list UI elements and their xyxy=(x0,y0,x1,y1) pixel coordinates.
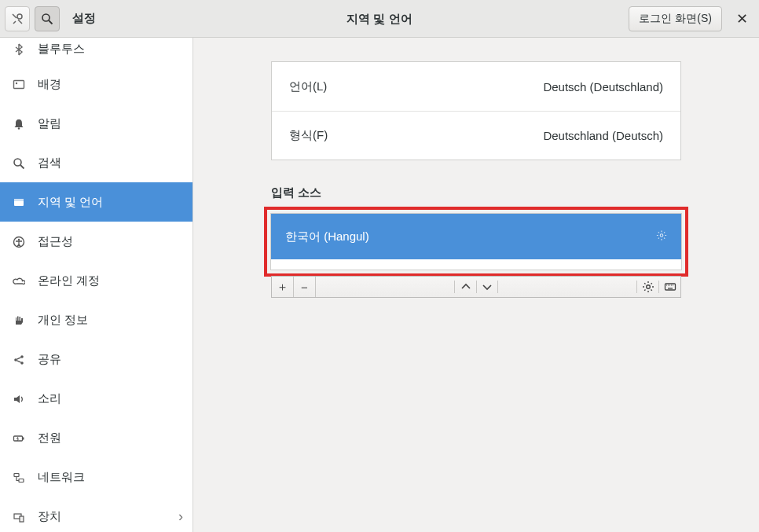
input-sources-list: 한국어 (Hangul) xyxy=(270,213,682,259)
sidebar-item-share[interactable]: 공유 xyxy=(0,339,192,379)
region-icon xyxy=(11,196,27,209)
sidebar-item-label: 장치 xyxy=(38,509,61,524)
svg-line-1 xyxy=(49,20,53,24)
svg-point-20 xyxy=(660,234,663,237)
hand-icon xyxy=(11,314,27,327)
svg-point-13 xyxy=(20,361,24,365)
svg-point-10 xyxy=(18,238,20,240)
search-toggle-button[interactable] xyxy=(35,6,60,31)
sidebar-item-label: 소리 xyxy=(38,391,61,406)
svg-point-5 xyxy=(14,159,21,166)
sidebar-item-label: 개인 정보 xyxy=(38,313,88,328)
remove-input-source-button[interactable]: − xyxy=(294,277,316,297)
sidebar-item-label: 지역 및 언어 xyxy=(38,195,103,210)
format-value: Deutschland (Deutsch) xyxy=(543,129,663,142)
input-sources-label: 입력 소스 xyxy=(271,185,681,200)
sidebar-item-device[interactable]: 장치 › xyxy=(0,497,192,532)
sidebar-item-label: 온라인 계정 xyxy=(38,273,100,288)
network-icon xyxy=(11,471,27,484)
input-sources-list-padding xyxy=(270,259,682,270)
input-source-name: 한국어 (Hangul) xyxy=(285,229,369,244)
format-row[interactable]: 형식(F) Deutschland (Deutsch) xyxy=(272,111,680,160)
bluetooth-icon xyxy=(11,43,27,56)
tools-icon-button[interactable] xyxy=(5,6,30,31)
sidebar-item-label: 네트워크 xyxy=(38,470,85,485)
svg-point-3 xyxy=(16,82,17,83)
battery-icon xyxy=(11,432,27,445)
show-keyboard-layout-button[interactable] xyxy=(658,281,680,293)
add-input-source-button[interactable]: ＋ xyxy=(272,277,294,297)
svg-rect-2 xyxy=(14,80,24,88)
format-label: 형식(F) xyxy=(289,128,328,143)
sidebar-item-bluetooth[interactable]: 블루투스 xyxy=(0,38,192,64)
sidebar-item-notifications[interactable]: 알림 xyxy=(0,104,192,143)
sidebar-item-label: 접근성 xyxy=(38,234,73,249)
content-area: 언어(L) Deutsch (Deutschland) 형식(F) Deutsc… xyxy=(193,38,759,532)
svg-rect-17 xyxy=(19,479,24,482)
language-format-card: 언어(L) Deutsch (Deutschland) 형식(F) Deutsc… xyxy=(271,61,681,160)
sidebar-item-power[interactable]: 전원 xyxy=(0,418,192,457)
language-value: Deutsch (Deutschland) xyxy=(543,80,663,94)
svg-point-11 xyxy=(14,358,17,361)
svg-rect-22 xyxy=(665,284,675,290)
sidebar-item-label: 검색 xyxy=(38,156,61,171)
sidebar-item-sound[interactable]: 소리 xyxy=(0,379,192,418)
sidebar-item-label: 블루투스 xyxy=(38,42,85,57)
sidebar-item-online[interactable]: 온라인 계정 xyxy=(0,261,192,300)
svg-rect-19 xyxy=(20,516,24,522)
a11y-icon xyxy=(11,236,27,248)
device-icon xyxy=(11,511,27,523)
svg-rect-8 xyxy=(14,199,24,201)
background-icon xyxy=(11,79,27,91)
sidebar-item-label: 공유 xyxy=(38,352,61,367)
language-row[interactable]: 언어(L) Deutsch (Deutschland) xyxy=(272,62,680,111)
input-source-settings-button[interactable] xyxy=(636,281,658,293)
move-down-button[interactable] xyxy=(476,281,498,293)
chevron-right-icon: › xyxy=(178,508,183,525)
input-sources-highlight: 한국어 (Hangul) xyxy=(264,207,688,277)
sidebar-item-network[interactable]: 네트워크 xyxy=(0,457,192,497)
share-icon xyxy=(11,354,27,366)
sound-icon xyxy=(11,393,27,405)
svg-line-6 xyxy=(20,165,24,169)
svg-point-4 xyxy=(18,127,20,129)
language-label: 언어(L) xyxy=(289,79,327,94)
svg-rect-16 xyxy=(14,473,19,476)
search-icon xyxy=(11,157,27,170)
input-source-item[interactable]: 한국어 (Hangul) xyxy=(271,214,681,259)
svg-rect-15 xyxy=(23,437,24,439)
sidebar-item-region[interactable]: 지역 및 언어 xyxy=(0,182,192,222)
move-up-button[interactable] xyxy=(454,281,476,293)
sidebar-item-privacy[interactable]: 개인 정보 xyxy=(0,300,192,339)
svg-point-12 xyxy=(20,355,24,358)
input-sources-toolbar: ＋ − xyxy=(271,276,681,298)
sidebar-item-label: 알림 xyxy=(38,116,61,131)
svg-point-0 xyxy=(42,14,50,21)
cloud-icon xyxy=(11,275,27,288)
bell-icon xyxy=(11,118,27,130)
sidebar-item-label: 전원 xyxy=(38,431,61,446)
sidebar: 블루투스 배경 알림 검색 지역 및 언어 xyxy=(0,38,193,532)
page-title: 지역 및 언어 xyxy=(346,11,412,26)
svg-point-21 xyxy=(646,285,650,289)
sidebar-item-background[interactable]: 배경 xyxy=(0,64,192,104)
input-source-settings-icon[interactable] xyxy=(656,230,667,244)
sidebar-item-a11y[interactable]: 접근성 xyxy=(0,222,192,261)
app-title: 설정 xyxy=(72,11,96,26)
sidebar-item-search[interactable]: 검색 xyxy=(0,143,192,182)
header-bar: 설정 지역 및 언어 로그인 화면(S) ✕ xyxy=(0,0,759,38)
sidebar-item-label: 배경 xyxy=(38,77,61,92)
close-button[interactable]: ✕ xyxy=(730,10,754,28)
login-screen-button[interactable]: 로그인 화면(S) xyxy=(629,6,722,31)
